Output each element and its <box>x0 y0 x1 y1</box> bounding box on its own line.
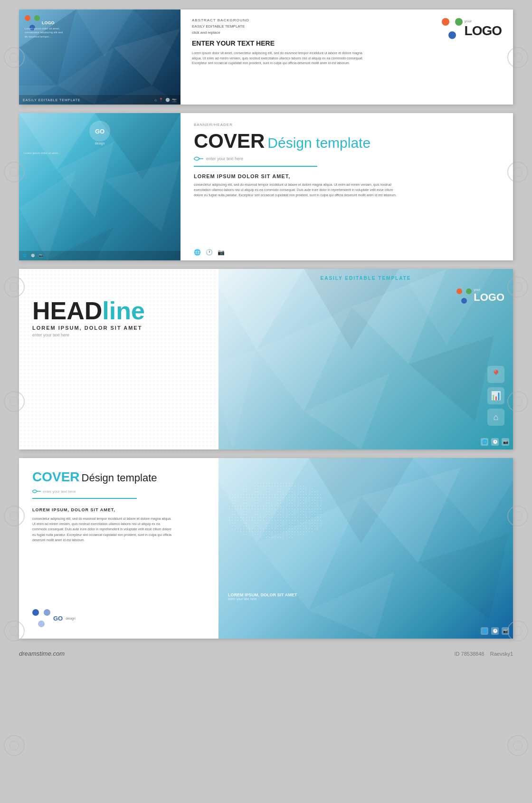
camera-icon-small: 📷 <box>172 98 177 102</box>
card4-go-text: GO <box>53 615 63 622</box>
card2-bottom-icons: 🌐 🕐 📷 <box>194 249 225 256</box>
card2-cover-word: COVER <box>194 130 265 153</box>
card1-lorem: Lorem ipsum dolor sit amet, consectetur … <box>192 51 372 66</box>
card4-lorem-right: LOREM IPSUM, DOLOR SIT AMET <box>228 593 297 597</box>
big-logo-green <box>455 18 463 26</box>
globe-icon: 🌐 <box>194 249 201 256</box>
card2-lorem-heading: LOREM IPSUM DOLOR SIT AMET, <box>194 173 500 179</box>
card2-lorem-body: consectetur adipiscing elit, sed do eius… <box>194 182 403 198</box>
footer-id: ID 78538848 Raevsky1 <box>454 651 513 657</box>
template-card-4: COVER Désign template enter your text he… <box>19 458 513 639</box>
card1-enter-text: ENTER YOUR TEXT HERE <box>192 39 502 47</box>
logo3-your: your <box>474 288 504 291</box>
chart-icon: 📊 <box>487 387 504 404</box>
big-logo-red <box>442 18 449 26</box>
svg-marker-21 <box>408 335 494 421</box>
card4-lorem-heading: LOREM IPSUM, DOLOR SIT AMET, <box>32 507 205 512</box>
big-logo-text-group: your LOGO <box>465 19 502 38</box>
card1-info-bar: EASILY EDITABLE TEMPLATE ⌂ 📍 🕐 📷 <box>19 95 180 105</box>
card4-title-row: COVER Désign template <box>32 469 205 485</box>
card4-right-text: LOREM IPSUM, DOLOR SIT AMET enter your t… <box>228 593 297 601</box>
world-map-dots <box>228 482 323 539</box>
wm-circle <box>4 735 25 756</box>
wm-circle <box>507 735 528 756</box>
card4-underline <box>32 498 137 499</box>
card2-bottom-bar: 🌐 🕐 📷 <box>19 251 180 260</box>
footer-site: dreamstime.com <box>19 650 65 657</box>
logo-your-text: your <box>465 19 502 23</box>
card4-design-word: Désign template <box>82 472 157 484</box>
card3-logo-corner: your LOGO <box>456 288 504 304</box>
svg-marker-22 <box>218 350 256 449</box>
card4-logo-icon <box>32 609 50 627</box>
arrow-icon <box>194 155 203 162</box>
card4-cover-word: COVER <box>32 469 80 485</box>
card4-bottom-icons: 🌐 🕐 📷 <box>481 627 509 635</box>
logo-text-small: LOGO <box>42 20 55 25</box>
card4-right-panel: LOREM IPSUM, DOLOR SIT AMET enter your t… <box>218 458 513 639</box>
svg-marker-19 <box>304 373 390 449</box>
svg-marker-12 <box>104 161 180 232</box>
dotted-world-map <box>19 269 218 449</box>
logo-red-circle <box>25 15 30 21</box>
logo-main-text: LOGO <box>465 23 502 38</box>
card4-small-logo: GO design <box>32 609 205 627</box>
arrow-icon-4 <box>32 488 41 494</box>
card2-banner-label: BANNER/HEADER <box>194 123 500 127</box>
slogo-r <box>32 609 39 616</box>
footer-id-text: ID 78538848 <box>454 651 484 657</box>
svg-marker-11 <box>19 170 76 260</box>
card4-lorem-body: consectetur adipiscing elit, sed do eius… <box>32 516 175 543</box>
card2-enter-row: enter your text here <box>194 155 500 162</box>
template-card-3: HEADline LOREM IPSUM, DOLOR SIT AMET ent… <box>19 269 513 449</box>
clock-icon-card4: 🕐 <box>491 627 499 635</box>
big-logo-icon <box>442 18 463 39</box>
card2-right-panel: BANNER/HEADER COVER Désign template ente… <box>180 113 513 260</box>
headline-line: line <box>102 297 145 325</box>
card3-logo-icon <box>456 288 472 304</box>
card3-bottom-icons: 🌐 🕐 📷 <box>481 438 509 446</box>
card2-bottom-icon-clock: 🕐 <box>31 254 35 258</box>
card2-underline <box>194 166 317 167</box>
info-bar-icons: ⌂ 📍 🕐 📷 <box>154 98 177 102</box>
footer: dreamstime.com ID 78538848 Raevsky1 <box>19 647 513 660</box>
card4-enter-right: enter your text here <box>228 597 297 601</box>
svg-marker-30 <box>418 534 508 620</box>
headline-head: HEAD <box>32 297 102 325</box>
card2-bottom-icon-camera: 📷 <box>39 254 43 258</box>
globe-icon-card3: 🌐 <box>481 438 488 446</box>
card2-title-row: COVER Désign template <box>194 130 500 153</box>
card2-design-word: Désign template <box>267 135 370 151</box>
card3-right-panel: EASILY EDITABLE TEMPLATE your LOGO 📍 📊 ⌂… <box>218 269 513 449</box>
logo-r <box>456 288 462 294</box>
card3-enter: enter your text here <box>32 333 205 337</box>
logo-g <box>466 288 472 294</box>
card1-big-logo: your LOGO <box>442 18 502 39</box>
camera-icon-card3: 📷 <box>502 438 509 446</box>
footer-author: Raevsky1 <box>490 651 513 657</box>
location-icon: 📍 <box>487 366 504 383</box>
logo-green-circle <box>34 15 40 21</box>
card2-enter-text: enter your text here <box>206 156 243 161</box>
slogo-b <box>38 621 45 627</box>
card3-headline: HEADline <box>32 298 205 323</box>
card1-right-panel: ABSTRACT background easily editable temp… <box>180 10 513 105</box>
card3-left-panel: HEADline LOREM IPSUM, DOLOR SIT AMET ent… <box>19 269 218 449</box>
card4-enter-row: enter your text here <box>32 488 205 494</box>
info-bar-label: EASILY EDITABLE TEMPLATE <box>23 98 80 102</box>
home-icon: ⌂ <box>487 409 504 426</box>
card2-left-panel: GO design Lorem ipsum dolor sit amet... … <box>19 113 180 260</box>
clock-icon-small: 🕐 <box>165 98 170 102</box>
location-icon-small: 📍 <box>159 98 163 102</box>
template-card-1: LOGO Lorem ipsum dolor sit amet,consecte… <box>19 10 513 105</box>
camera-icon: 📷 <box>218 249 225 256</box>
slogo-g <box>44 609 50 616</box>
card3-logo-text-group: your LOGO <box>474 288 504 304</box>
card1-left-panel: LOGO Lorem ipsum dolor sit amet,consecte… <box>19 10 180 105</box>
card3-easily-label: EASILY EDITABLE TEMPLATE <box>321 276 411 281</box>
template-card-2: GO design Lorem ipsum dolor sit amet... … <box>19 113 513 260</box>
card2-bottom-icon-globe: 🌐 <box>23 254 27 258</box>
clock-icon: 🕐 <box>206 249 213 256</box>
card4-design-label: design <box>66 617 76 620</box>
card4-enter-text: enter your text here <box>43 489 76 494</box>
